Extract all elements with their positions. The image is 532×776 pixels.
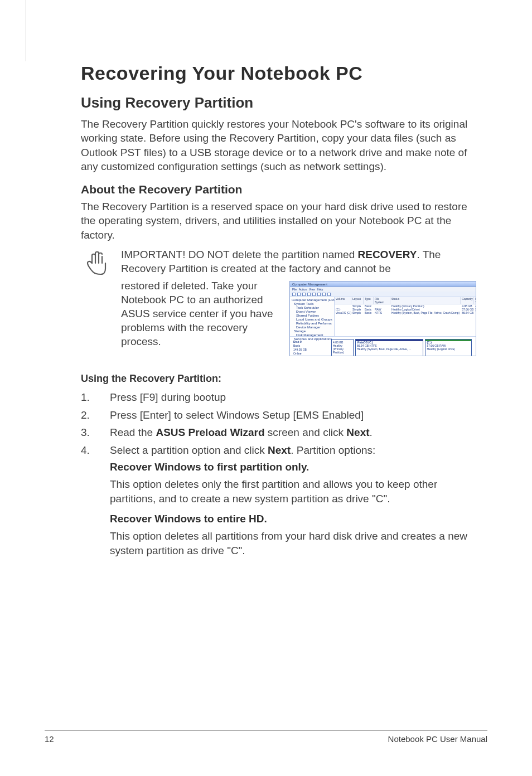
disk-management-screenshot: Computer Management File Action View Hel… (289, 281, 476, 356)
option-1-desc: This option deletes only the first parti… (110, 477, 476, 506)
nav-tree: Computer Management (Local) System Tools… (290, 297, 335, 336)
about-paragraph: The Recovery Partition is a reserved spa… (81, 200, 476, 242)
option-2-desc: This option deletes all partitions from … (110, 529, 476, 557)
volume-table: Volume Layout Type File System Status Ca… (335, 297, 476, 336)
step-3: Read the ASUS Preload Wizard screen and … (81, 425, 476, 440)
window-titlebar: Computer Management (290, 282, 476, 287)
disk-graphical-view: Disk 0 Basic 149.05 GB Online 4.88 GB He… (290, 336, 476, 356)
page-footer: 12 Notebook PC User Manual (45, 730, 487, 744)
partition-recovery: 4.88 GB Healthy (Primary Partition) (331, 339, 354, 356)
intro-paragraph: The Recovery Partition quickly restores … (81, 117, 476, 174)
important-note-continued: restored if deleted. Take your Notebook … (121, 279, 283, 348)
partition-logical: (C:) 57.66 GB RAW Healthy (Logical Drive… (425, 339, 472, 356)
using-heading: Using the Recovery Partition: (81, 373, 476, 385)
menu-view: View (309, 288, 315, 291)
menu-action: Action (299, 288, 307, 291)
menu-file: File (292, 288, 297, 291)
step-2: Press [Enter] to select Windows Setup [E… (81, 408, 476, 423)
important-note-line1: IMPORTANT! DO NOT delete the partition n… (121, 248, 476, 275)
option-2-title: Recover Windows to entire HD. (110, 512, 476, 526)
option-1-title: Recover Windows to first partition only. (110, 460, 476, 474)
menu-help: Help (317, 288, 323, 291)
about-heading: About the Recovery Partition (81, 183, 476, 196)
important-text-a: IMPORTANT! DO NOT delete the partition n… (121, 249, 358, 260)
step-4: Select a partition option and click Next… (81, 443, 476, 557)
page-number: 12 (45, 734, 54, 744)
step-1: Press [F9] during bootup (81, 390, 476, 405)
page-title: Recovering Your Notebook PC (81, 62, 476, 84)
partition-vistaos: VistaOS (C:) 86.54 GB NTFS Healthy (Syst… (355, 339, 423, 356)
hand-stop-icon (81, 248, 112, 279)
recovery-bold: RECOVERY (358, 249, 417, 260)
menu-bar: File Action View Help (290, 287, 476, 292)
table-row: VistaOS (C:) Simple Basic NTFS Healthy (… (335, 311, 476, 314)
manual-title: Notebook PC User Manual (388, 734, 487, 744)
page-accent-vline (26, 0, 26, 61)
section-heading-using-recovery: Using Recovery Partition (81, 94, 476, 111)
toolbar (290, 292, 476, 297)
